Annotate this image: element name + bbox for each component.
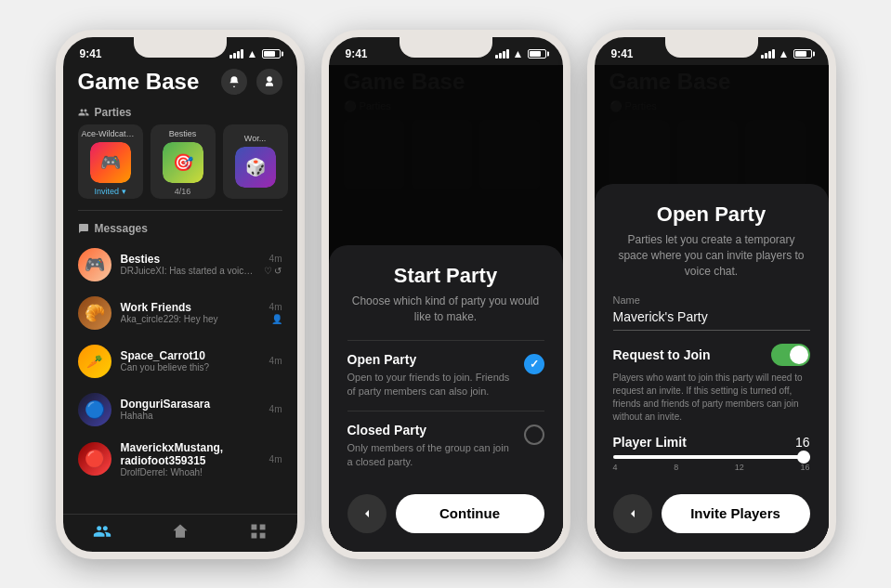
battery-icon-2 [528, 49, 546, 59]
option-row-1[interactable]: Closed Party Only members of the group c… [347, 411, 544, 481]
open-party-sheet: Open Party Parties let you create a temp… [595, 184, 829, 551]
party-badge-0: Invited ▾ [94, 185, 125, 198]
back-button-3[interactable] [613, 494, 652, 533]
msg-name-2: Space_Carrot10 [121, 349, 260, 362]
radio-closed-party[interactable] [524, 425, 544, 445]
wifi-icon: ▲ [247, 47, 258, 60]
party-avatar-2: 🎲 [235, 147, 276, 188]
phone-2: 9:41 ▲ Game Base ⚫ Parties [321, 30, 570, 559]
nav-apps[interactable] [235, 522, 282, 542]
msg-name-4: MaverickxMustang, radiofoot359315 [121, 441, 260, 467]
slider-track[interactable] [613, 455, 810, 459]
slider-fill [613, 455, 810, 459]
message-list: 🎮 Besties DRJuiceXI: Has started a voice… [63, 241, 297, 514]
msg-preview-3: Hahaha [121, 411, 260, 421]
msg-content-2: Space_Carrot10 Can you believe this? [121, 349, 260, 372]
player-limit-value: 16 [795, 435, 810, 450]
message-item-2[interactable]: 🥕 Space_Carrot10 Can you believe this? 4… [63, 337, 297, 385]
bottom-nav-1 [63, 514, 297, 552]
msg-content-4: MaverickxMustang, radiofoot359315 DrolfD… [121, 441, 260, 477]
party-name-0: Ace-Wildcat365... [78, 125, 143, 140]
status-icons-2: ▲ [495, 47, 546, 60]
player-limit-section: Player Limit 16 4 8 12 16 [613, 435, 810, 472]
name-field: Name Maverick's Party [613, 294, 810, 331]
party-avatar-0: 🎮 [90, 142, 131, 183]
slider-ticks: 4 8 12 16 [613, 463, 810, 472]
invite-players-button[interactable]: Invite Players [662, 494, 810, 533]
msg-content-3: DonguriSarasara Hahaha [121, 398, 260, 421]
msg-meta-2: 4m [269, 356, 282, 366]
msg-content-1: Work Friends Aka_circle229: Hey hey [121, 301, 260, 324]
msg-meta-1: 4m 👤 [269, 302, 282, 324]
option-info-0: Open Party Open to your friends to join.… [347, 352, 524, 399]
party-card-0[interactable]: Ace-Wildcat365... 🎮 Invited ▾ [78, 124, 143, 199]
app-header-1: Game Base [63, 65, 297, 102]
signal-icon [229, 49, 243, 59]
status-icons-3: ▲ [761, 47, 812, 60]
request-toggle-row: Request to Join [613, 344, 810, 366]
msg-name-1: Work Friends [121, 301, 260, 314]
party-card-2[interactable]: Wor... 🎲 [223, 124, 288, 199]
svg-rect-2 [251, 532, 256, 538]
nav-parties[interactable] [79, 522, 125, 542]
message-item-0[interactable]: 🎮 Besties DRJuiceXI: Has started a voice… [63, 241, 297, 289]
party-card-1[interactable]: Besties 🎯 4/16 [151, 124, 216, 199]
parties-row: Ace-Wildcat365... 🎮 Invited ▾ Besties 🎯 … [63, 124, 297, 210]
msg-preview-0: DRJuiceXI: Has started a voice... [121, 266, 255, 276]
request-label: Request to Join [613, 347, 711, 362]
msg-meta-4: 4m [269, 454, 282, 464]
phone-1: 9:41 ▲ Game Base [56, 30, 305, 559]
app-title-1: Game Base [78, 69, 200, 95]
msg-preview-2: Can you believe this? [121, 362, 260, 372]
request-toggle[interactable] [771, 344, 810, 366]
battery-icon-3 [793, 49, 812, 59]
slider-thumb [797, 451, 810, 464]
nav-home[interactable] [157, 522, 203, 542]
msg-avatar-2: 🥕 [78, 345, 111, 378]
modal-title-2: Start Party [347, 264, 544, 288]
parties-section-label: Parties [63, 102, 297, 124]
msg-meta-0: 4m ♡ ↺ [264, 254, 282, 276]
header-icons-1 [221, 69, 282, 95]
msg-avatar-4: 🔴 [78, 442, 111, 476]
phone-3: 9:41 ▲ Game Base ⚫ Parties Open Party [587, 30, 836, 559]
time-1: 9:41 [80, 47, 102, 60]
modal-overlay-2: Start Party Choose which kind of party y… [329, 65, 563, 552]
request-desc: Players who want to join this party will… [613, 372, 810, 424]
svg-rect-0 [251, 524, 256, 529]
modal-footer-2: Continue [347, 481, 544, 552]
option-row-0[interactable]: Open Party Open to your friends to join.… [347, 340, 544, 411]
option-desc-1: Only members of the group can join a clo… [347, 441, 513, 470]
party-avatar-1: 🎯 [163, 142, 203, 183]
messages-section-label: Messages [63, 218, 297, 241]
modal-subtitle-2: Choose which kind of party you would lik… [347, 294, 544, 325]
name-value[interactable]: Maverick's Party [613, 309, 810, 331]
option-info-1: Closed Party Only members of the group c… [347, 423, 524, 470]
option-title-1: Closed Party [347, 423, 513, 438]
radio-open-party[interactable] [524, 354, 544, 374]
message-item-3[interactable]: 🔵 DonguriSarasara Hahaha 4m [63, 385, 297, 434]
continue-button[interactable]: Continue [396, 494, 544, 533]
message-item-1[interactable]: 🥐 Work Friends Aka_circle229: Hey hey 4m… [63, 289, 297, 337]
profile-icon[interactable] [256, 69, 282, 95]
notification-icon[interactable] [221, 69, 247, 95]
msg-preview-1: Aka_circle229: Hey hey [121, 314, 260, 324]
open-party-subtitle: Parties let you create a temporary space… [613, 232, 810, 279]
party-name-1: Besties [151, 125, 216, 140]
signal-icon-2 [495, 49, 509, 59]
option-desc-0: Open to your friends to join. Friends of… [347, 371, 513, 399]
msg-content-0: Besties DRJuiceXI: Has started a voice..… [121, 253, 255, 276]
back-button-2[interactable] [347, 494, 387, 533]
battery-icon [262, 49, 281, 59]
option-title-0: Open Party [347, 352, 513, 367]
message-item-4[interactable]: 🔴 MaverickxMustang, radiofoot359315 Drol… [63, 434, 297, 485]
start-party-sheet: Start Party Choose which kind of party y… [329, 245, 563, 551]
name-label: Name [613, 294, 810, 306]
svg-rect-3 [259, 532, 265, 538]
msg-name-3: DonguriSarasara [121, 398, 260, 411]
slider-header: Player Limit 16 [613, 435, 810, 450]
time-2: 9:41 [346, 47, 368, 60]
party-badge-1: 4/16 [175, 185, 191, 198]
status-icons-1: ▲ [229, 47, 281, 60]
modal-footer-3: Invite Players [613, 481, 810, 552]
